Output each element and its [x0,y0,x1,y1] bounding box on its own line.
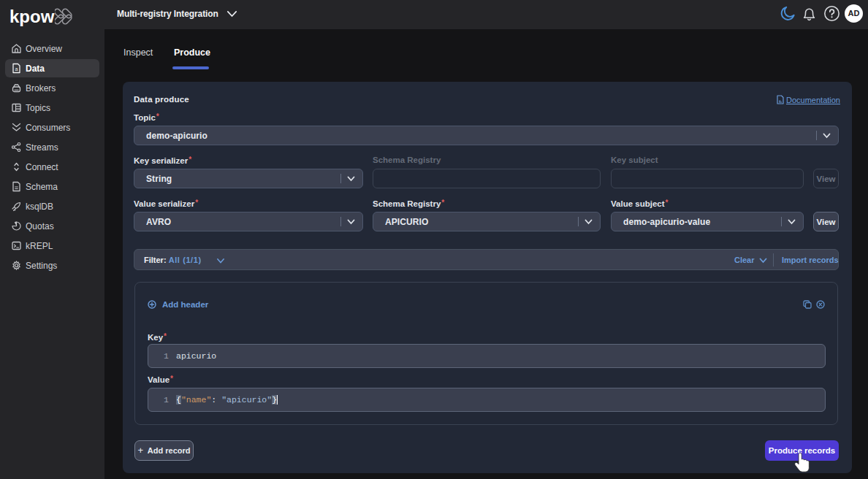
svg-text:a: a [15,66,18,72]
